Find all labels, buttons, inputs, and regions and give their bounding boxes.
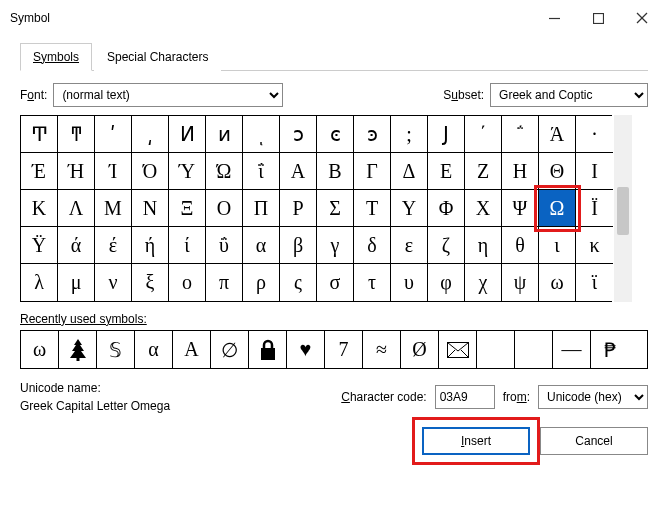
- symbol-cell[interactable]: Ͷ: [169, 116, 206, 153]
- symbol-cell[interactable]: Λ: [58, 190, 95, 227]
- symbol-cell[interactable]: ξ: [132, 264, 169, 301]
- symbol-cell[interactable]: ʹ: [95, 116, 132, 153]
- recent-symbol-cell[interactable]: ―: [553, 331, 591, 368]
- symbol-cell[interactable]: π: [206, 264, 243, 301]
- symbol-cell[interactable]: ͵: [132, 116, 169, 153]
- font-select[interactable]: (normal text): [53, 83, 283, 107]
- recent-symbol-cell[interactable]: ω: [21, 331, 59, 368]
- symbol-cell[interactable]: Κ: [21, 190, 58, 227]
- symbol-cell[interactable]: ς: [280, 264, 317, 301]
- symbol-cell[interactable]: ρ: [243, 264, 280, 301]
- symbol-cell[interactable]: φ: [428, 264, 465, 301]
- symbol-cell[interactable]: Ͳ: [21, 116, 58, 153]
- symbol-cell[interactable]: μ: [58, 264, 95, 301]
- symbol-cell[interactable]: ϊ: [576, 264, 613, 301]
- symbol-cell[interactable]: γ: [317, 227, 354, 264]
- tab-symbols[interactable]: Symbols: [20, 43, 92, 71]
- symbol-cell[interactable]: ω: [539, 264, 576, 301]
- symbol-cell[interactable]: δ: [354, 227, 391, 264]
- symbol-cell[interactable]: Φ: [428, 190, 465, 227]
- symbol-cell[interactable]: ή: [132, 227, 169, 264]
- symbol-cell[interactable]: Δ: [391, 153, 428, 190]
- insert-button[interactable]: Insert: [422, 427, 530, 455]
- symbol-cell[interactable]: Ω: [539, 190, 576, 227]
- recent-symbol-cell[interactable]: [515, 331, 553, 368]
- symbol-cell[interactable]: Ύ: [169, 153, 206, 190]
- symbol-cell[interactable]: Μ: [95, 190, 132, 227]
- recent-symbol-cell[interactable]: [249, 331, 287, 368]
- symbol-cell[interactable]: ΅: [502, 116, 539, 153]
- symbol-cell[interactable]: Ϳ: [428, 116, 465, 153]
- symbol-cell[interactable]: Ξ: [169, 190, 206, 227]
- symbol-cell[interactable]: ͷ: [206, 116, 243, 153]
- symbol-cell[interactable]: Ή: [58, 153, 95, 190]
- symbol-cell[interactable]: έ: [95, 227, 132, 264]
- recent-symbol-cell[interactable]: Ø: [401, 331, 439, 368]
- symbol-cell[interactable]: ΰ: [206, 227, 243, 264]
- symbol-cell[interactable]: τ: [354, 264, 391, 301]
- symbol-cell[interactable]: Χ: [465, 190, 502, 227]
- symbol-cell[interactable]: ο: [169, 264, 206, 301]
- recent-symbol-cell[interactable]: 𝕊: [97, 331, 135, 368]
- symbol-cell[interactable]: Ϊ: [576, 190, 613, 227]
- symbol-scrollbar[interactable]: [614, 115, 632, 302]
- symbol-cell[interactable]: β: [280, 227, 317, 264]
- symbol-cell[interactable]: ͺ: [243, 116, 280, 153]
- symbol-cell[interactable]: υ: [391, 264, 428, 301]
- recent-symbol-cell[interactable]: ∅: [211, 331, 249, 368]
- symbol-cell[interactable]: Ώ: [206, 153, 243, 190]
- symbol-cell[interactable]: α: [243, 227, 280, 264]
- symbol-cell[interactable]: λ: [21, 264, 58, 301]
- subset-select[interactable]: Greek and Coptic: [490, 83, 648, 107]
- symbol-cell[interactable]: Η: [502, 153, 539, 190]
- symbol-cell[interactable]: η: [465, 227, 502, 264]
- symbol-cell[interactable]: ͼ: [317, 116, 354, 153]
- recent-symbol-cell[interactable]: [439, 331, 477, 368]
- symbol-cell[interactable]: ψ: [502, 264, 539, 301]
- symbol-cell[interactable]: κ: [576, 227, 613, 264]
- recent-symbol-cell[interactable]: 7: [325, 331, 363, 368]
- symbol-cell[interactable]: Ε: [428, 153, 465, 190]
- recent-symbol-cell[interactable]: Α: [173, 331, 211, 368]
- symbol-cell[interactable]: ί: [169, 227, 206, 264]
- symbol-cell[interactable]: ͳ: [58, 116, 95, 153]
- symbol-cell[interactable]: Υ: [391, 190, 428, 227]
- symbol-cell[interactable]: ͽ: [354, 116, 391, 153]
- recent-symbol-cell[interactable]: ₱: [591, 331, 629, 368]
- symbol-cell[interactable]: Ψ: [502, 190, 539, 227]
- symbol-cell[interactable]: ε: [391, 227, 428, 264]
- recent-symbol-cell[interactable]: ♥: [287, 331, 325, 368]
- scrollbar-thumb[interactable]: [617, 187, 629, 235]
- symbol-cell[interactable]: Γ: [354, 153, 391, 190]
- symbol-cell[interactable]: Ν: [132, 190, 169, 227]
- symbol-cell[interactable]: Ι: [576, 153, 613, 190]
- recent-symbol-cell[interactable]: [59, 331, 97, 368]
- symbol-cell[interactable]: Β: [317, 153, 354, 190]
- symbol-cell[interactable]: ά: [58, 227, 95, 264]
- charcode-input[interactable]: [435, 385, 495, 409]
- symbol-cell[interactable]: Ο: [206, 190, 243, 227]
- symbol-cell[interactable]: ΐ: [243, 153, 280, 190]
- recent-symbol-cell[interactable]: α: [135, 331, 173, 368]
- symbol-cell[interactable]: Ά: [539, 116, 576, 153]
- cancel-button[interactable]: Cancel: [540, 427, 648, 455]
- minimize-button[interactable]: [532, 3, 576, 33]
- symbol-cell[interactable]: θ: [502, 227, 539, 264]
- symbol-cell[interactable]: ζ: [428, 227, 465, 264]
- symbol-cell[interactable]: Ί: [95, 153, 132, 190]
- symbol-cell[interactable]: σ: [317, 264, 354, 301]
- symbol-cell[interactable]: Ρ: [280, 190, 317, 227]
- maximize-button[interactable]: [576, 3, 620, 33]
- recent-symbol-cell[interactable]: [477, 331, 515, 368]
- symbol-cell[interactable]: ΄: [465, 116, 502, 153]
- symbol-cell[interactable]: Α: [280, 153, 317, 190]
- symbol-cell[interactable]: Ϋ: [21, 227, 58, 264]
- symbol-cell[interactable]: χ: [465, 264, 502, 301]
- from-select[interactable]: Unicode (hex): [538, 385, 648, 409]
- symbol-cell[interactable]: Σ: [317, 190, 354, 227]
- symbol-cell[interactable]: ·: [576, 116, 613, 153]
- symbol-cell[interactable]: ν: [95, 264, 132, 301]
- symbol-cell[interactable]: Ό: [132, 153, 169, 190]
- symbol-cell[interactable]: Έ: [21, 153, 58, 190]
- recent-symbol-cell[interactable]: ≈: [363, 331, 401, 368]
